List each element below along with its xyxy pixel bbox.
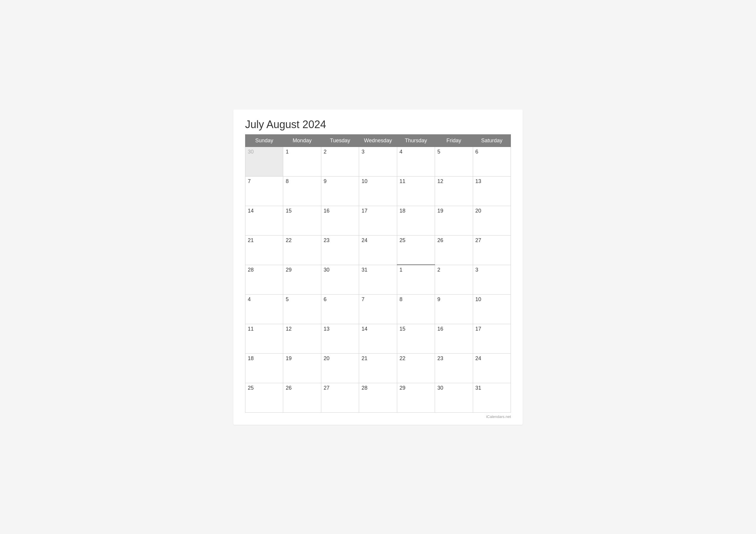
calendar-day-cell: 5	[435, 147, 473, 176]
calendar-header-cell: Thursday	[397, 134, 435, 147]
calendar-day-cell: 1	[397, 265, 435, 294]
calendar-day-cell: 18	[245, 353, 283, 383]
calendar-day-cell: 19	[435, 206, 473, 235]
calendar-day-cell: 27	[321, 383, 359, 413]
calendar-day-cell: 22	[397, 353, 435, 383]
calendar-day-cell: 6	[321, 294, 359, 324]
calendar-week-row: 18192021222324	[245, 353, 511, 383]
calendar-week-row: 45678910	[245, 294, 511, 324]
calendar-day-cell: 19	[283, 353, 321, 383]
calendar-day-cell: 31	[473, 383, 511, 413]
calendar-week-row: 25262728293031	[245, 383, 511, 413]
calendar-day-cell: 14	[359, 324, 397, 353]
calendar-day-cell: 1	[283, 147, 321, 176]
calendar-day-cell: 21	[245, 235, 283, 265]
calendar-day-cell: 2	[321, 147, 359, 176]
calendar-day-cell: 20	[321, 353, 359, 383]
calendar-header-row: SundayMondayTuesdayWednesdayThursdayFrid…	[245, 134, 511, 147]
calendar-week-row: 11121314151617	[245, 324, 511, 353]
calendar-day-cell: 16	[435, 324, 473, 353]
calendar-day-cell: 26	[283, 383, 321, 413]
calendar-day-cell: 5	[283, 294, 321, 324]
calendar-table: SundayMondayTuesdayWednesdayThursdayFrid…	[245, 134, 511, 413]
calendar-day-cell: 31	[359, 265, 397, 294]
calendar-day-cell: 11	[245, 324, 283, 353]
calendar-week-row: 28293031123	[245, 265, 511, 294]
calendar-day-cell: 10	[359, 176, 397, 206]
calendar-day-cell: 12	[435, 176, 473, 206]
calendar-day-cell: 21	[359, 353, 397, 383]
calendar-day-cell: 26	[435, 235, 473, 265]
calendar-day-cell: 8	[397, 294, 435, 324]
calendar-day-cell: 10	[473, 294, 511, 324]
calendar-title: July August 2024	[245, 119, 511, 131]
calendar-day-cell: 9	[435, 294, 473, 324]
calendar-day-cell: 30	[245, 147, 283, 176]
calendar-day-cell: 20	[473, 206, 511, 235]
calendar-header-cell: Tuesday	[321, 134, 359, 147]
calendar-container: July August 2024 SundayMondayTuesdayWedn…	[233, 110, 523, 425]
calendar-day-cell: 2	[435, 265, 473, 294]
calendar-day-cell: 17	[359, 206, 397, 235]
calendar-header-cell: Friday	[435, 134, 473, 147]
calendar-day-cell: 9	[321, 176, 359, 206]
calendar-day-cell: 30	[321, 265, 359, 294]
calendar-header-cell: Saturday	[473, 134, 511, 147]
calendar-week-row: 78910111213	[245, 176, 511, 206]
calendar-body: 3012345678910111213141516171819202122232…	[245, 147, 511, 413]
calendar-day-cell: 15	[283, 206, 321, 235]
calendar-day-cell: 28	[245, 265, 283, 294]
calendar-day-cell: 15	[397, 324, 435, 353]
calendar-header-cell: Wednesday	[359, 134, 397, 147]
calendar-day-cell: 27	[473, 235, 511, 265]
calendar-day-cell: 29	[283, 265, 321, 294]
calendar-day-cell: 23	[435, 353, 473, 383]
calendar-header-cell: Sunday	[245, 134, 283, 147]
calendar-day-cell: 13	[473, 176, 511, 206]
calendar-header-cell: Monday	[283, 134, 321, 147]
calendar-day-cell: 25	[397, 235, 435, 265]
calendar-day-cell: 6	[473, 147, 511, 176]
calendar-day-cell: 25	[245, 383, 283, 413]
calendar-day-cell: 7	[359, 294, 397, 324]
watermark: iCalendars.net	[245, 414, 511, 419]
calendar-day-cell: 7	[245, 176, 283, 206]
calendar-day-cell: 3	[473, 265, 511, 294]
calendar-day-cell: 4	[397, 147, 435, 176]
calendar-day-cell: 4	[245, 294, 283, 324]
calendar-day-cell: 24	[473, 353, 511, 383]
calendar-day-cell: 24	[359, 235, 397, 265]
calendar-day-cell: 16	[321, 206, 359, 235]
calendar-day-cell: 28	[359, 383, 397, 413]
calendar-day-cell: 22	[283, 235, 321, 265]
calendar-week-row: 21222324252627	[245, 235, 511, 265]
calendar-week-row: 14151617181920	[245, 206, 511, 235]
calendar-day-cell: 30	[435, 383, 473, 413]
calendar-week-row: 30123456	[245, 147, 511, 176]
calendar-day-cell: 3	[359, 147, 397, 176]
calendar-day-cell: 18	[397, 206, 435, 235]
calendar-day-cell: 13	[321, 324, 359, 353]
calendar-day-cell: 23	[321, 235, 359, 265]
calendar-day-cell: 12	[283, 324, 321, 353]
calendar-day-cell: 8	[283, 176, 321, 206]
calendar-day-cell: 11	[397, 176, 435, 206]
calendar-day-cell: 17	[473, 324, 511, 353]
calendar-day-cell: 29	[397, 383, 435, 413]
calendar-day-cell: 14	[245, 206, 283, 235]
